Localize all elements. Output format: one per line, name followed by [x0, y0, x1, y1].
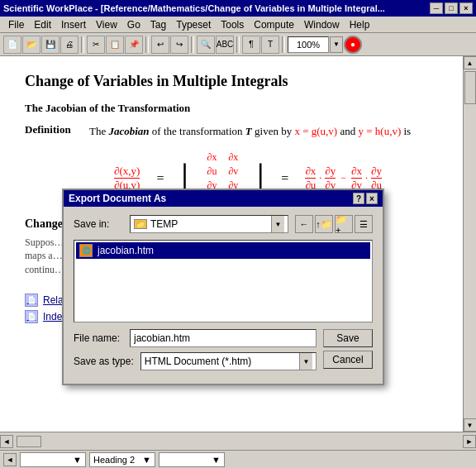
folder-icon: 📁 [134, 219, 147, 229]
toolbar-print[interactable]: 🖨 [60, 36, 79, 54]
toolbar-zoom[interactable]: 100% [288, 36, 329, 53]
filename-row: File name: [74, 329, 317, 347]
dialog-body: Save in: 📁 TEMP ▼ ← ↑📁 📁+ ☰ [64, 207, 383, 384]
toolbar-spell[interactable]: ABC [216, 36, 234, 54]
file-item-icon: 🌐 [79, 244, 93, 257]
menu-view[interactable]: View [91, 17, 122, 32]
savetype-row: Save as type: HTML Document (*.htm) ▼ [74, 352, 317, 370]
scroll-right-button[interactable]: ► [463, 435, 476, 448]
menu-bar: File Edit Insert View Go Tag Typeset Too… [0, 17, 476, 33]
style-dropdown-1[interactable]: ▼ [20, 452, 86, 467]
dialog-close-button[interactable]: × [366, 193, 378, 204]
menu-help[interactable]: Help [345, 17, 375, 32]
main-toolbar: 📄 📂 💾 🖨 ✂ 📋 📌 ↩ ↪ 🔍 ABC ¶ T 100% ▼ ● [0, 33, 476, 56]
toolbar-save[interactable]: 💾 [41, 36, 60, 54]
style-arrow-1: ▼ [73, 455, 82, 465]
filename-label: File name: [74, 332, 123, 344]
save-in-label: Save in: [74, 218, 123, 230]
filename-save-row: File name: Save as type: HTML Document (… [74, 329, 373, 370]
savetype-combobox[interactable]: HTML Document (*.htm) ▼ [140, 352, 317, 370]
dialog-up-button[interactable]: ↑📁 [315, 215, 333, 233]
toolbar-pilcrow[interactable]: ¶ [242, 36, 260, 54]
dialog-back-button[interactable]: ← [295, 215, 313, 233]
window-title: Scientific WorkPlace - [Reference/Mathem… [3, 3, 430, 13]
toolbar-new[interactable]: 📄 [3, 36, 21, 54]
toolbar-paste[interactable]: 📌 [125, 36, 143, 54]
style-value-2: Heading 2 [93, 455, 135, 465]
save-in-row: Save in: 📁 TEMP ▼ ← ↑📁 📁+ ☰ [74, 215, 373, 233]
toolbar-undo[interactable]: ↩ [151, 36, 169, 54]
style-arrow-3: ▼ [212, 455, 221, 465]
savetype-value: HTML Document (*.htm) [145, 356, 252, 367]
dialog-new-folder-button[interactable]: 📁+ [335, 215, 353, 233]
toolbar-stop[interactable]: ● [344, 36, 362, 54]
menu-typeset[interactable]: Typeset [171, 17, 216, 32]
menu-file[interactable]: File [3, 17, 29, 32]
zoom-dropdown[interactable]: ▼ [330, 36, 343, 53]
horizontal-scroll-track[interactable] [15, 435, 461, 448]
file-item-name: jacobian.htm [98, 245, 154, 256]
maximize-button[interactable]: □ [445, 2, 458, 14]
savetype-label: Save as type: [74, 356, 134, 367]
toolbar-redo[interactable]: ↪ [170, 36, 188, 54]
menu-edit[interactable]: Edit [29, 17, 56, 32]
style-arrow-2: ▼ [142, 455, 151, 465]
menu-compute[interactable]: Compute [249, 17, 299, 32]
dialog-view-button[interactable]: ☰ [355, 215, 373, 233]
toolbar-separator-5 [282, 36, 285, 53]
dialog-toolbar: ← ↑📁 📁+ ☰ [295, 215, 373, 233]
toolbar-separator-1 [81, 36, 84, 53]
dialog-cancel-button[interactable]: Cancel [323, 351, 373, 369]
dialog-action-buttons: Save Cancel [323, 329, 373, 369]
export-dialog: Export Document As ? × Save in: 📁 TEMP ▼ [62, 189, 384, 385]
menu-window[interactable]: Window [299, 17, 345, 32]
window-controls[interactable]: ─ □ × [430, 2, 473, 14]
title-bar: Scientific WorkPlace - [Reference/Mathem… [0, 0, 476, 17]
style-dropdown-3[interactable]: ▼ [159, 452, 225, 467]
dialog-overlay: Export Document As ? × Save in: 📁 TEMP ▼ [0, 56, 476, 432]
dialog-title: Export Document As [69, 193, 351, 204]
toolbar-separator-3 [191, 36, 194, 53]
toolbar-open[interactable]: 📂 [22, 36, 40, 54]
scroll-left-button[interactable]: ◄ [0, 435, 13, 448]
file-list[interactable]: 🌐 jacobian.htm [74, 240, 373, 322]
toolbar-cut[interactable]: ✂ [87, 36, 105, 54]
dialog-help-button[interactable]: ? [353, 193, 364, 204]
dialog-titlebar: Export Document As ? × [64, 190, 383, 207]
horizontal-scrollbar[interactable]: ◄ ► [0, 432, 476, 450]
bottom-toolbar: ◄ ▼ Heading 2 ▼ ▼ [0, 450, 476, 468]
savetype-arrow[interactable]: ▼ [299, 353, 312, 370]
filename-input[interactable] [130, 329, 317, 347]
toolbar-separator-4 [236, 36, 240, 53]
horizontal-scroll-thumb[interactable] [17, 436, 41, 447]
save-in-value: 📁 TEMP [134, 218, 178, 230]
nav-back-button[interactable]: ◄ [3, 453, 17, 466]
save-in-text: TEMP [150, 218, 178, 230]
main-area: Change of Variables in Multiple Integral… [0, 56, 476, 432]
menu-tag[interactable]: Tag [145, 17, 171, 32]
style-dropdown-2[interactable]: Heading 2 ▼ [89, 452, 155, 467]
menu-insert[interactable]: Insert [56, 17, 91, 32]
menu-go[interactable]: Go [122, 17, 145, 32]
toolbar-copy[interactable]: 📋 [106, 36, 124, 54]
toolbar-find[interactable]: 🔍 [197, 36, 215, 54]
filename-section: File name: Save as type: HTML Document (… [74, 329, 317, 370]
menu-tools[interactable]: Tools [216, 17, 249, 32]
toolbar-separator-2 [145, 36, 149, 53]
file-list-item[interactable]: 🌐 jacobian.htm [76, 242, 370, 259]
save-in-arrow[interactable]: ▼ [271, 216, 284, 232]
dialog-save-button[interactable]: Save [323, 329, 373, 347]
close-button[interactable]: × [459, 2, 473, 14]
save-in-combobox[interactable]: 📁 TEMP ▼ [130, 215, 288, 233]
minimize-button[interactable]: ─ [430, 2, 443, 14]
toolbar-text[interactable]: T [261, 36, 279, 54]
